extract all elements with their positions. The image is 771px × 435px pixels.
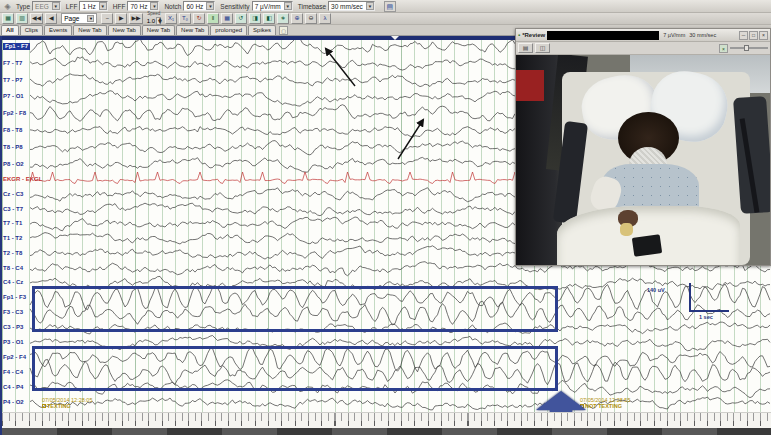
rewind-icon[interactable]: ◀◀ bbox=[30, 13, 43, 24]
selected-value: 7 µV/mm bbox=[255, 3, 281, 10]
app-menu-icon[interactable]: ◈ bbox=[2, 1, 13, 12]
montage-icon[interactable]: ▦ bbox=[2, 13, 14, 24]
tab-all[interactable]: All bbox=[1, 25, 19, 35]
event-label: NOT TEXTING bbox=[585, 403, 622, 409]
timeline-ruler[interactable] bbox=[2, 412, 771, 428]
tab-new-tab[interactable]: New Tab bbox=[73, 25, 106, 35]
step-back-icon[interactable]: ◀ bbox=[45, 13, 57, 24]
tab-new-tab[interactable]: New Tab bbox=[176, 25, 209, 35]
type-select[interactable]: EEG▼ bbox=[32, 1, 61, 11]
speed-value-row: 1.0▲▼ bbox=[147, 17, 161, 25]
annotation-rect-right-frontal bbox=[32, 346, 558, 391]
field-lff: LFF1 Hz▼ bbox=[66, 1, 108, 11]
close-icon[interactable]: × bbox=[759, 31, 768, 40]
channel-label[interactable]: Cz - C3 bbox=[3, 191, 23, 198]
patient-name-redacted bbox=[547, 31, 659, 40]
reformat-icon[interactable]: ↻ bbox=[193, 13, 205, 24]
page-position-marker[interactable] bbox=[391, 36, 399, 40]
page-select[interactable]: Page▼ bbox=[61, 13, 97, 24]
field-hff: HFF70 Hz▼ bbox=[113, 1, 160, 11]
minus-button[interactable]: − bbox=[101, 13, 113, 24]
events-person-icon[interactable]: λ bbox=[319, 13, 331, 24]
overview-scrollbar[interactable] bbox=[2, 428, 771, 435]
channel-label[interactable]: P3 - O1 bbox=[3, 339, 24, 346]
video-zoom-slider[interactable] bbox=[730, 47, 768, 49]
tab-spikes[interactable]: Spikes bbox=[248, 25, 276, 35]
chevron-down-icon[interactable]: ▼ bbox=[99, 2, 107, 10]
notch-select[interactable]: 60 Hz▼ bbox=[183, 1, 215, 11]
channel-label[interactable]: EKGR - EKGL bbox=[3, 176, 42, 183]
video-titlebar[interactable]: ▪ *Review 7 µV/mm 30 mm/sec ─□× bbox=[516, 29, 770, 42]
x1-marker-icon[interactable]: X₁ bbox=[165, 13, 177, 24]
selected-value: 1 Hz bbox=[82, 3, 95, 10]
channel-label[interactable]: F3 - C3 bbox=[3, 309, 23, 316]
fast-forward-icon[interactable]: ▶▶ bbox=[129, 13, 142, 24]
video-snapshot-icon[interactable]: ▤ bbox=[518, 43, 533, 53]
channel-label[interactable]: T1 - T2 bbox=[3, 235, 22, 242]
video-cell-phone bbox=[632, 234, 662, 257]
channel-label[interactable]: T2 - T8 bbox=[3, 250, 22, 257]
channel-label[interactable]: Fp1 - F3 bbox=[3, 294, 26, 301]
add-tab-icon[interactable]: ▢ bbox=[279, 26, 288, 35]
channel-label[interactable]: T8 - C4 bbox=[3, 265, 23, 272]
channel-label[interactable]: P7 - O1 bbox=[3, 93, 24, 100]
video-fullscreen-icon[interactable]: ◫ bbox=[535, 43, 550, 53]
channel-label[interactable]: C3 - P3 bbox=[3, 324, 23, 331]
video-window-title: *Review bbox=[522, 32, 545, 38]
grid-icon[interactable]: ▦ bbox=[221, 13, 233, 24]
event-marker-texting: 07/05/2014 12:28:05 TEXTING bbox=[42, 397, 92, 409]
channel-label[interactable]: T8 - P8 bbox=[3, 144, 23, 151]
zoom-in-icon[interactable]: ⊕ bbox=[291, 13, 303, 24]
event-marker-not-texting: 07/05/2014 12:28:55 NOT TEXTING bbox=[580, 397, 630, 409]
channel-label[interactable]: C4 - P4 bbox=[3, 384, 23, 391]
speed-control[interactable]: Speed1.0▲▼ bbox=[147, 13, 161, 25]
video-red-object bbox=[516, 70, 544, 102]
zoom-out-icon[interactable]: ⊖ bbox=[305, 13, 317, 24]
tab-events[interactable]: Events bbox=[44, 25, 72, 35]
dual-screen-icon[interactable]: ◨ bbox=[249, 13, 261, 24]
lff-select[interactable]: 1 Hz▼ bbox=[79, 1, 107, 11]
settings-toolbar: ◈ TypeEEG▼LFF1 Hz▼HFF70 Hz▼Notch60 Hz▼Se… bbox=[0, 0, 771, 13]
channel-label[interactable]: Fp1 - F7 bbox=[3, 43, 30, 50]
speed-stepper[interactable]: ▲▼ bbox=[156, 17, 161, 25]
play-icon[interactable]: ▶ bbox=[115, 13, 127, 24]
channel-label[interactable]: F4 - C4 bbox=[3, 369, 23, 376]
calipers-icon[interactable]: ‖ bbox=[207, 13, 219, 24]
navigation-toolbar: ▦▥◀◀◀Page▼−▶▶▶Speed1.0▲▼X₁T₀↻‖▦↺◨◧∗⊕⊖λ bbox=[0, 13, 771, 25]
t-marker-icon[interactable]: T₀ bbox=[179, 13, 191, 24]
chevron-down-icon[interactable]: ▼ bbox=[87, 15, 94, 22]
sensitivity-select[interactable]: 7 µV/mm▼ bbox=[252, 1, 293, 11]
refresh-icon[interactable]: ↺ bbox=[235, 13, 247, 24]
field-label: Notch bbox=[164, 3, 181, 10]
chevron-down-icon[interactable]: ▼ bbox=[366, 2, 374, 10]
channel-label[interactable]: P4 - O2 bbox=[3, 399, 24, 406]
video-wristband bbox=[620, 223, 633, 236]
channel-label[interactable]: P8 - O2 bbox=[3, 161, 24, 168]
channel-label[interactable]: F8 - T8 bbox=[3, 127, 22, 134]
chevron-down-icon[interactable]: ▼ bbox=[284, 2, 292, 10]
channel-label[interactable]: T7 - T1 bbox=[3, 220, 22, 227]
settings-icon[interactable]: ∗ bbox=[277, 13, 289, 24]
timebase-select[interactable]: 30 mm/sec▼ bbox=[328, 1, 375, 11]
video-close-overlay-icon[interactable]: × bbox=[719, 44, 728, 53]
maximize-icon[interactable]: □ bbox=[749, 31, 758, 40]
chevron-down-icon[interactable]: ▼ bbox=[206, 2, 214, 10]
channel-label[interactable]: C4 - Cz bbox=[3, 279, 23, 286]
chevron-down-icon[interactable]: ▼ bbox=[52, 2, 60, 10]
hff-select[interactable]: 70 Hz▼ bbox=[127, 1, 159, 11]
channel-label[interactable]: Fp2 - F8 bbox=[3, 110, 26, 117]
minimize-icon[interactable]: ─ bbox=[739, 31, 748, 40]
tab-new-tab[interactable]: New Tab bbox=[108, 25, 141, 35]
channel-label[interactable]: T7 - P7 bbox=[3, 77, 23, 84]
chevron-down-icon[interactable]: ▼ bbox=[150, 2, 158, 10]
capture-screen-icon[interactable]: ◧ bbox=[263, 13, 275, 24]
tab-new-tab[interactable]: New Tab bbox=[142, 25, 175, 35]
channel-label[interactable]: Fp2 - F4 bbox=[3, 354, 26, 361]
tab-clips[interactable]: Clips bbox=[20, 25, 43, 35]
tab-prolonged[interactable]: prolonged bbox=[210, 25, 247, 35]
video-zoom-slider-thumb[interactable] bbox=[744, 45, 749, 51]
channel-label[interactable]: F7 - T7 bbox=[3, 60, 22, 67]
montage-alt-icon[interactable]: ▥ bbox=[16, 13, 28, 24]
report-icon[interactable]: ▤ bbox=[384, 1, 396, 12]
channel-label[interactable]: C3 - T7 bbox=[3, 206, 23, 213]
